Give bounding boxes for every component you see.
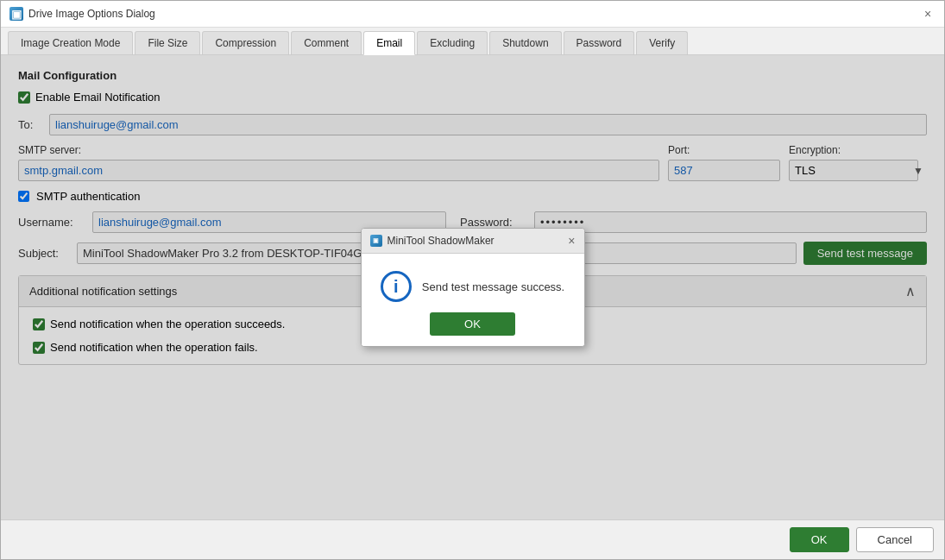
modal-message: Send test message success. — [422, 280, 564, 293]
tab-password[interactable]: Password — [564, 31, 635, 54]
modal-body: i Send test message success. OK — [362, 254, 584, 346]
tab-shutdown[interactable]: Shutdown — [489, 31, 561, 54]
tab-email[interactable]: Email — [363, 31, 415, 55]
tab-image-creation[interactable]: Image Creation Mode — [8, 31, 133, 54]
tab-comment[interactable]: Comment — [291, 31, 362, 54]
content-area: Mail Configuration Enable Email Notifica… — [1, 55, 944, 519]
modal-title-bar: ▣ MiniTool ShadowMaker × — [362, 229, 584, 254]
tab-verify[interactable]: Verify — [636, 31, 688, 54]
modal-ok-button[interactable]: OK — [430, 312, 515, 336]
ok-button[interactable]: OK — [790, 527, 849, 552]
modal-dialog: ▣ MiniTool ShadowMaker × i Send test mes… — [361, 228, 585, 347]
tab-compression[interactable]: Compression — [202, 31, 289, 54]
tab-bar: Image Creation Mode File Size Compressio… — [1, 28, 944, 55]
cancel-button[interactable]: Cancel — [856, 527, 934, 552]
tab-file-size[interactable]: File Size — [135, 31, 200, 54]
app-icon: ▣ — [9, 7, 23, 21]
footer-bar: OK Cancel — [1, 519, 944, 559]
modal-app-icon: ▣ — [370, 235, 382, 247]
window-title: Drive Image Options Dialog — [28, 8, 155, 20]
modal-title: MiniTool ShadowMaker — [387, 235, 495, 247]
title-bar: ▣ Drive Image Options Dialog × — [1, 1, 944, 28]
modal-close-button[interactable]: × — [568, 234, 575, 248]
info-icon: i — [381, 271, 412, 302]
tab-excluding[interactable]: Excluding — [417, 31, 488, 54]
dialog-window: ▣ Drive Image Options Dialog × Image Cre… — [0, 0, 945, 560]
modal-overlay: ▣ MiniTool ShadowMaker × i Send test mes… — [1, 55, 944, 519]
window-close-button[interactable]: × — [920, 6, 936, 22]
